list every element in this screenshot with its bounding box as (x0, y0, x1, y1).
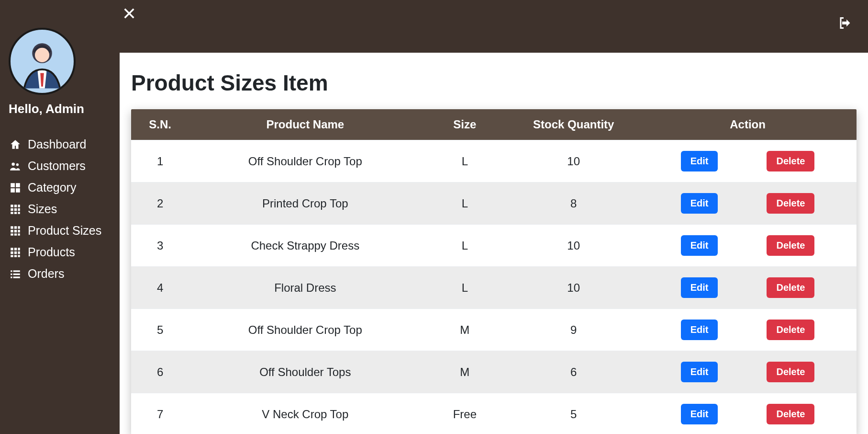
sidebar-item-dashboard[interactable]: Dashboard (9, 137, 111, 151)
svg-rect-40 (13, 276, 20, 278)
svg-rect-37 (11, 273, 12, 274)
sidebar-item-product-sizes[interactable]: Product Sizes (9, 224, 111, 238)
sidebar-item-orders[interactable]: Orders (9, 267, 111, 281)
svg-rect-30 (14, 251, 17, 253)
sidebar-nav: Dashboard Customers Category (9, 137, 111, 281)
delete-button[interactable]: Delete (767, 362, 814, 382)
table-row: 1Off Shoulder Crop TopL10EditDelete (131, 140, 857, 183)
cell-stock-qty: 9 (508, 309, 639, 351)
cell-product-name: Floral Dress (189, 267, 421, 309)
delete-button[interactable]: Delete (767, 151, 814, 171)
grid-icon (9, 246, 22, 259)
cell-size: M (421, 309, 508, 351)
product-sizes-table-card: S.N. Product Name Size Stock Quantity Ac… (131, 109, 857, 434)
svg-rect-5 (16, 183, 20, 187)
cell-size: Free (421, 393, 508, 434)
grid-icon (9, 225, 22, 237)
svg-rect-9 (14, 205, 17, 207)
avatar (9, 28, 76, 95)
svg-rect-15 (14, 212, 17, 214)
sidebar-item-label: Customers (28, 159, 86, 173)
svg-rect-31 (18, 251, 20, 253)
cell-action: EditDelete (639, 225, 857, 267)
topbar (120, 0, 868, 53)
cell-size: L (421, 183, 508, 225)
cell-product-name: Printed Crop Top (189, 183, 421, 225)
edit-button[interactable]: Edit (681, 193, 718, 214)
th-action: Action (639, 109, 857, 140)
svg-rect-29 (11, 251, 13, 253)
cell-sn: 4 (131, 267, 189, 309)
svg-rect-14 (11, 212, 13, 214)
svg-rect-17 (11, 226, 13, 228)
cell-action: EditDelete (639, 140, 857, 183)
svg-rect-21 (14, 229, 17, 232)
edit-button[interactable]: Edit (681, 404, 718, 424)
svg-rect-12 (14, 208, 17, 210)
edit-button[interactable]: Edit (681, 320, 718, 340)
cell-size: L (421, 225, 508, 267)
delete-button[interactable]: Delete (767, 277, 814, 298)
cell-stock-qty: 6 (508, 351, 639, 393)
delete-button[interactable]: Delete (767, 320, 814, 340)
cell-product-name: Off Shoulder Crop Top (189, 140, 421, 183)
close-sidebar-button[interactable] (122, 7, 136, 22)
sidebar: Hello, Admin Dashboard Customers (0, 0, 120, 434)
cell-sn: 3 (131, 225, 189, 267)
table-row: 3Check Strappy DressL10EditDelete (131, 225, 857, 267)
sidebar-item-products[interactable]: Products (9, 245, 111, 259)
sidebar-item-customers[interactable]: Customers (9, 159, 111, 173)
svg-rect-32 (11, 255, 13, 257)
cell-product-name: Check Strappy Dress (189, 225, 421, 267)
home-icon (9, 138, 22, 151)
svg-rect-38 (13, 273, 20, 274)
sidebar-item-label: Dashboard (28, 137, 86, 151)
cell-sn: 7 (131, 393, 189, 434)
cell-action: EditDelete (639, 267, 857, 309)
sidebar-item-sizes[interactable]: Sizes (9, 202, 111, 216)
svg-rect-24 (14, 233, 17, 235)
svg-rect-16 (18, 212, 20, 214)
cell-action: EditDelete (639, 351, 857, 393)
edit-button[interactable]: Edit (681, 362, 718, 382)
table-row: 7V Neck Crop TopFree5EditDelete (131, 393, 857, 434)
edit-button[interactable]: Edit (681, 277, 718, 298)
svg-rect-25 (18, 233, 20, 235)
edit-button[interactable]: Edit (681, 151, 718, 171)
delete-button[interactable]: Delete (767, 235, 814, 256)
svg-rect-34 (18, 255, 20, 257)
cell-stock-qty: 10 (508, 140, 639, 183)
grid-large-icon (9, 182, 22, 194)
cell-action: EditDelete (639, 393, 857, 434)
th-size: Size (421, 109, 508, 140)
th-stock-qty: Stock Quantity (508, 109, 639, 140)
svg-rect-11 (11, 208, 13, 210)
page-title: Product Sizes Item (131, 70, 857, 96)
svg-rect-33 (14, 255, 17, 257)
svg-rect-10 (18, 205, 20, 207)
cell-size: L (421, 140, 508, 183)
grid-icon (9, 203, 22, 216)
cell-product-name: Off Shoulder Crop Top (189, 309, 421, 351)
delete-button[interactable]: Delete (767, 193, 814, 214)
close-icon (122, 7, 136, 20)
edit-button[interactable]: Edit (681, 235, 718, 256)
greeting-text: Hello, Admin (9, 102, 111, 116)
svg-rect-22 (18, 229, 20, 232)
cell-action: EditDelete (639, 183, 857, 225)
sidebar-item-category[interactable]: Category (9, 181, 111, 194)
delete-button[interactable]: Delete (767, 404, 814, 424)
cell-sn: 2 (131, 183, 189, 225)
cell-product-name: V Neck Crop Top (189, 393, 421, 434)
cell-stock-qty: 5 (508, 393, 639, 434)
svg-rect-26 (11, 248, 13, 250)
cell-size: M (421, 351, 508, 393)
content-area: Product Sizes Item S.N. Product Name Siz… (120, 53, 868, 434)
logout-button[interactable] (836, 14, 854, 34)
svg-rect-6 (11, 188, 15, 193)
cell-size: L (421, 267, 508, 309)
svg-rect-4 (11, 183, 15, 187)
table-row: 4Floral DressL10EditDelete (131, 267, 857, 309)
svg-rect-27 (14, 248, 17, 250)
users-icon (9, 160, 22, 172)
